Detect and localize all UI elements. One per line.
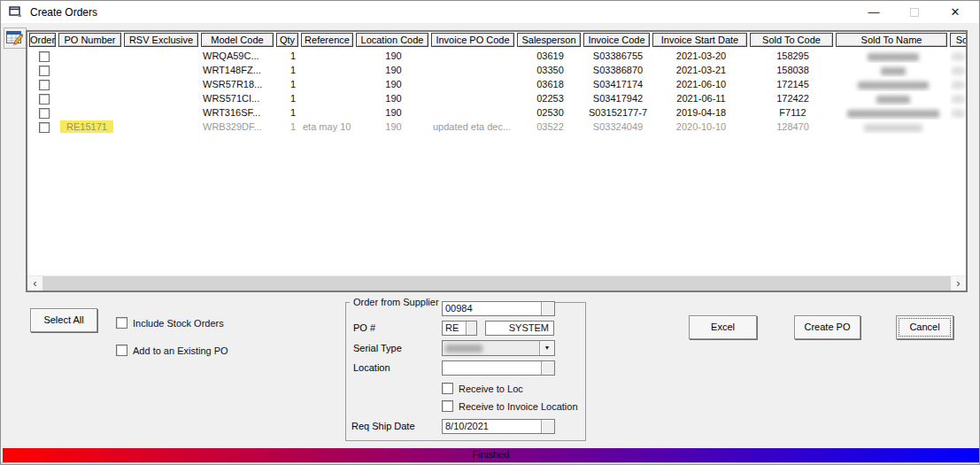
po-suffix-value: SYSTEM xyxy=(509,322,549,333)
receive-to-loc-checkbox-row: Receive to Loc xyxy=(442,383,523,394)
scroll-right-icon[interactable]: › xyxy=(951,276,966,291)
supplier-lookup-button[interactable] xyxy=(541,302,554,315)
location-input[interactable] xyxy=(442,360,555,376)
column-header-rsv[interactable]: RSV Exclusive xyxy=(124,33,198,47)
cell-qty: 1 xyxy=(276,49,301,63)
cell-partial xyxy=(950,77,968,91)
cell-model: WRT148FZ... xyxy=(201,63,276,77)
cell-salesperson: 03350 xyxy=(517,63,583,77)
row-checkbox[interactable] xyxy=(39,51,50,62)
column-header-invoice_date[interactable]: Invoice Start Date xyxy=(652,33,747,47)
column-header-sold_code[interactable]: Sold To Code xyxy=(750,33,833,47)
orders-grid: OrderPO NumberRSV ExclusiveModel CodeQty… xyxy=(26,30,968,292)
column-header-invoice_code[interactable]: Invoice Code xyxy=(583,33,650,47)
receive-to-loc-checkbox[interactable] xyxy=(442,383,453,394)
cell-sold_name xyxy=(836,120,950,134)
cell-qty: 1 xyxy=(276,120,301,134)
row-checkbox[interactable] xyxy=(39,122,50,133)
row-checkbox[interactable] xyxy=(39,94,50,105)
column-header-model[interactable]: Model Code xyxy=(201,33,274,47)
column-header-order[interactable]: Order xyxy=(29,33,56,47)
cell-invoice_code: S03152177-7 xyxy=(583,105,652,120)
minimize-button[interactable]: — xyxy=(859,1,889,24)
column-header-po_number[interactable]: PO Number xyxy=(58,33,121,47)
table-row: WSR57R18...119003618S034171742021-06-101… xyxy=(29,77,968,91)
status-text: Finished xyxy=(473,449,510,460)
titlebar: Create Orders — ✕ xyxy=(1,1,979,24)
column-header-reference[interactable]: Reference xyxy=(301,33,353,47)
create-orders-window: Create Orders — ✕ OrderPO NumberRSV Excl… xyxy=(0,0,980,465)
redacted-partial-cell xyxy=(952,96,965,103)
receive-to-invoice-checkbox-row: Receive to Invoice Location xyxy=(442,400,578,412)
cell-reference: eta may 10 xyxy=(301,120,356,134)
cell-invoice_code: S03417174 xyxy=(583,77,652,91)
cell-sold_name xyxy=(836,77,950,91)
row-checkbox[interactable] xyxy=(39,108,50,119)
window-title: Create Orders xyxy=(30,6,97,19)
redacted-partial-cell xyxy=(952,67,965,74)
cancel-button[interactable]: Cancel xyxy=(896,315,953,339)
cell-invoice_date: 2021-03-21 xyxy=(652,63,750,77)
cell-sold_name xyxy=(836,49,950,63)
status-progress-bar: Finished xyxy=(3,448,979,462)
supplier-input[interactable]: 00984 xyxy=(442,301,555,316)
cell-invoice_date: 2021-03-20 xyxy=(652,49,750,63)
cell-location: 190 xyxy=(356,63,431,77)
po-suffix-input[interactable]: SYSTEM xyxy=(485,321,554,336)
po-number-label: PO # xyxy=(353,322,375,333)
cell-invoice_code: S03417942 xyxy=(583,91,652,105)
redacted-sold-to-name xyxy=(881,67,906,75)
req-ship-date-value: 8/10/2021 xyxy=(445,421,489,431)
cancel-label: Cancel xyxy=(909,322,939,332)
column-header-invoice_po[interactable]: Invoice PO Code xyxy=(431,33,514,47)
include-stock-orders-checkbox[interactable] xyxy=(116,317,127,329)
po-prefix-button[interactable] xyxy=(466,322,476,335)
add-existing-po-checkbox-row: Add to an Existing PO xyxy=(116,345,228,356)
table-row: RE15171WRB329DF...1eta may 10190updated … xyxy=(29,120,968,134)
cell-partial xyxy=(950,91,968,105)
receive-to-invoice-checkbox[interactable] xyxy=(442,400,453,412)
redacted-serial-type-value xyxy=(445,345,482,353)
column-header-qty[interactable]: Qty xyxy=(276,33,298,47)
date-picker-button[interactable] xyxy=(541,420,554,433)
column-header-sold_name[interactable]: Sold To Name xyxy=(836,33,947,47)
receive-to-loc-label: Receive to Loc xyxy=(459,384,523,394)
cell-sold_code: F7112 xyxy=(750,105,836,120)
select-all-button[interactable]: Select All xyxy=(30,308,97,332)
req-ship-date-input[interactable]: 8/10/2021 xyxy=(442,419,555,434)
close-button[interactable]: ✕ xyxy=(940,1,970,24)
cell-salesperson: 03522 xyxy=(517,120,583,134)
serial-type-combobox[interactable]: ▼ xyxy=(442,340,555,356)
redacted-partial-cell xyxy=(952,81,965,89)
scroll-left-icon[interactable]: ‹ xyxy=(27,276,42,291)
cell-order xyxy=(29,91,58,105)
grid-header-row: OrderPO NumberRSV ExclusiveModel CodeQty… xyxy=(27,33,968,48)
include-stock-orders-checkbox-row: Include Stock Orders xyxy=(116,317,224,329)
cell-model: WRT316SF... xyxy=(201,105,276,120)
receive-to-invoice-label: Receive to Invoice Location xyxy=(459,401,578,412)
form-window-icon xyxy=(9,6,23,20)
row-checkbox[interactable] xyxy=(39,66,50,76)
excel-button[interactable]: Excel xyxy=(689,315,757,339)
edit-grid-toolbar-button[interactable] xyxy=(4,27,27,49)
po-number-highlight: RE15171 xyxy=(60,120,113,133)
column-header-salesperson[interactable]: Salesperson xyxy=(517,33,581,47)
cell-model: WRQA59C... xyxy=(201,49,276,63)
create-po-button[interactable]: Create PO xyxy=(794,315,860,339)
maximize-icon xyxy=(910,8,919,17)
cell-model: WSR57R18... xyxy=(201,77,276,91)
horizontal-scrollbar[interactable]: ‹ › xyxy=(27,275,966,291)
row-checkbox[interactable] xyxy=(39,80,50,90)
add-existing-po-checkbox[interactable] xyxy=(116,345,127,356)
serial-type-label: Serial Type xyxy=(353,343,402,353)
chevron-down-icon[interactable]: ▼ xyxy=(539,341,554,355)
column-header-location[interactable]: Location Code xyxy=(356,33,428,47)
location-lookup-button[interactable] xyxy=(541,361,554,375)
cell-location: 190 xyxy=(356,49,431,63)
column-header-partial[interactable]: So xyxy=(950,33,968,47)
cell-location: 190 xyxy=(356,77,431,91)
cell-qty: 1 xyxy=(276,91,301,105)
add-existing-po-label: Add to an Existing PO xyxy=(133,345,228,356)
po-prefix-input[interactable]: RE xyxy=(442,321,477,336)
cell-invoice_code: S03386755 xyxy=(583,49,652,63)
